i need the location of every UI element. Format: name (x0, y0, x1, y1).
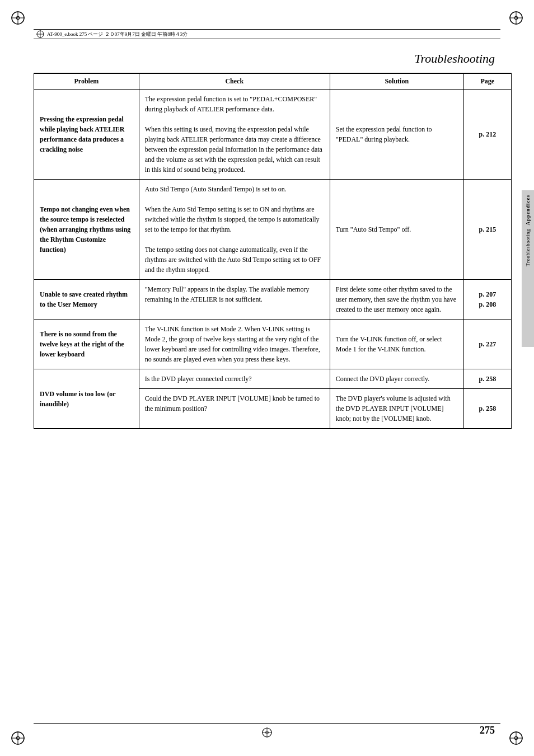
header-text: AT-900_e.book 275 ページ ２０07年9月7日 金曜日 午前8時… (47, 31, 188, 38)
check-cell: "Memory Full" appears in the display. Th… (139, 280, 330, 320)
header-problem: Problem (34, 73, 139, 90)
check-cell: Auto Std Tempo (Auto Standard Tempo) is … (139, 180, 330, 280)
page-cell: p. 215 (463, 180, 511, 280)
page-number: 275 (480, 725, 495, 736)
table-row: Pressing the expression pedal while play… (34, 90, 512, 180)
solution-text: First delete some other rhythm saved to … (336, 285, 456, 313)
table-row: There is no sound from the twelve keys a… (34, 320, 512, 369)
page-cell: p. 207p. 208 (463, 280, 511, 320)
page-ref: p. 258 (479, 375, 496, 383)
problem-cell: There is no sound from the twelve keys a… (34, 320, 139, 369)
problem-text: Pressing the expression pedal while play… (40, 115, 125, 153)
header-page: Page (463, 73, 511, 90)
side-tab-appendices: Appendices (525, 195, 531, 226)
solution-cell: The DVD player's volume is adjusted with… (330, 389, 463, 429)
page-cell: p. 227 (463, 320, 511, 369)
page-cell: p. 212 (463, 90, 511, 180)
solution-text: Turn the V-LINK function off, or select … (336, 335, 442, 353)
check-cell: The expression pedal function is set to … (139, 90, 330, 180)
side-tab-troubleshooting: Troubleshooting (525, 229, 531, 266)
table-row: Tempo not changing even when the source … (34, 180, 512, 280)
solution-cell: First delete some other rhythm saved to … (330, 280, 463, 320)
page-title: Troubleshooting (415, 51, 495, 66)
page-ref: p. 212 (479, 130, 496, 138)
check-cell: The V-LINK function is set Mode 2. When … (139, 320, 330, 369)
check-text: Is the DVD player connected correctly? (145, 375, 252, 383)
page-ref: p. 258 (479, 405, 496, 412)
problem-text: Unable to save created rhythm to the Use… (40, 290, 128, 308)
check-text: "Memory Full" appears in the display. Th… (145, 285, 310, 303)
solution-text: Connect the DVD player correctly. (336, 375, 430, 383)
header-bar: AT-900_e.book 275 ページ ２０07年9月7日 金曜日 午前8時… (34, 29, 500, 39)
solution-cell: Connect the DVD player correctly. (330, 369, 463, 389)
solution-cell: Set the expression pedal function to "PE… (330, 90, 463, 180)
problem-cell: Tempo not changing even when the source … (34, 180, 139, 280)
problem-text: DVD volume is too low (or inaudible) (40, 390, 115, 408)
header-check: Check (139, 73, 330, 90)
check-text: Could the DVD PLAYER INPUT [VOLUME] knob… (145, 395, 320, 412)
solution-cell: Turn the V-LINK function off, or select … (330, 320, 463, 369)
check-text: The V-LINK function is set Mode 2. When … (145, 325, 320, 363)
check-cell: Could the DVD PLAYER INPUT [VOLUME] knob… (139, 389, 330, 429)
check-cell: Is the DVD player connected correctly? (139, 369, 330, 389)
page-cell: p. 258 (463, 369, 511, 389)
footer-line (34, 723, 500, 724)
side-tab: Appendices Troubleshooting (522, 190, 534, 347)
corner-mark-tr (508, 10, 524, 26)
main-content: Problem Check Solution Page Pressing the… (34, 73, 512, 711)
table-row: DVD volume is too low (or inaudible) Is … (34, 369, 512, 389)
page-ref: p. 207p. 208 (479, 290, 496, 308)
check-text: Auto Std Tempo (Auto Standard Tempo) is … (145, 185, 321, 274)
page-ref: p. 215 (479, 226, 496, 233)
corner-mark-br (508, 730, 524, 746)
solution-text: The DVD player's volume is adjusted with… (336, 395, 451, 422)
problem-cell: DVD volume is too low (or inaudible) (34, 369, 139, 429)
center-mark-bottom (261, 727, 273, 740)
troubleshooting-table: Problem Check Solution Page Pressing the… (34, 73, 512, 429)
problem-cell: Pressing the expression pedal while play… (34, 90, 139, 180)
problem-text: There is no sound from the twelve keys a… (40, 330, 124, 358)
header-solution: Solution (330, 73, 463, 90)
corner-mark-bl (10, 730, 26, 746)
page-cell: p. 258 (463, 389, 511, 429)
solution-text: Set the expression pedal function to "PE… (336, 125, 432, 143)
problem-text: Tempo not changing even when the source … (40, 205, 130, 253)
page-ref: p. 227 (479, 340, 496, 348)
solution-text: Turn "Auto Std Tempo" off. (336, 226, 411, 233)
corner-mark-tl (10, 10, 26, 26)
table-row: Unable to save created rhythm to the Use… (34, 280, 512, 320)
check-text: The expression pedal function is set to … (145, 95, 322, 173)
solution-cell: Turn "Auto Std Tempo" off. (330, 180, 463, 280)
problem-cell: Unable to save created rhythm to the Use… (34, 280, 139, 320)
